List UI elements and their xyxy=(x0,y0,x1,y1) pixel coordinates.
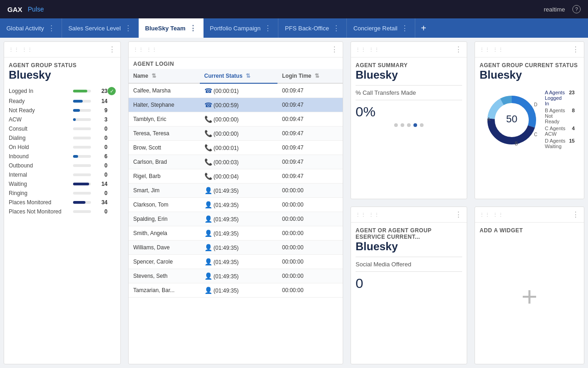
agent-group-current-status-panel: ⋮⋮ ⋮⋮ ⋮ Agent Group Current Status Blues… xyxy=(475,41,584,199)
donut-legend: A Agents Logged In 23 B Agents Not Ready… xyxy=(545,90,575,150)
tab-options-icon[interactable]: ⋮ xyxy=(124,24,132,33)
agent-login-time: 00:09:47 xyxy=(277,98,343,112)
table-row[interactable]: Spalding, Erin 👤 (01:49:35) 00:00:00 xyxy=(129,212,343,226)
agent-login-time: 00:00:00 xyxy=(277,184,343,198)
tab-bar: Global Activity ⋮ Sales Service Level ⋮ … xyxy=(0,18,588,38)
table-row[interactable]: Tamblyn, Eric 📞 (00:00:00) 00:09:47 xyxy=(129,112,343,126)
panel-title: Agent or Agent Group eService Current... xyxy=(356,227,462,240)
tab-options-icon[interactable]: ⋮ xyxy=(264,24,271,33)
dot-2[interactable] xyxy=(401,123,404,127)
stat-row: Inbound 6 xyxy=(9,153,116,160)
far-right-panels: ⋮⋮ ⋮⋮ ⋮ Agent Group Current Status Blues… xyxy=(471,38,588,368)
tab-concierge-retail[interactable]: Concierge Retail ⋮ xyxy=(347,18,415,38)
agent-status: 👤 (01:49:35) xyxy=(200,198,277,212)
tab-options-icon[interactable]: ⋮ xyxy=(401,24,408,33)
add-widget-panel: ⋮⋮ ⋮⋮ ⋮ Add a Widget + xyxy=(475,207,584,364)
tab-options-icon[interactable]: ⋮ xyxy=(189,24,197,33)
table-row[interactable]: Smith, Angela 👤 (01:49:35) 00:00:00 xyxy=(129,226,343,241)
stat-bar-wrap xyxy=(73,164,91,167)
top-navigation: GAX Pulse realtime ? xyxy=(0,0,588,18)
help-icon[interactable]: ? xyxy=(572,5,581,13)
col-login-time[interactable]: Login Time ⇅ xyxy=(277,69,343,83)
tab-bluesky-team[interactable]: BlueSky Team ⋮ xyxy=(139,18,204,38)
agent-status: 👤 (01:49:35) xyxy=(200,212,277,226)
tab-label: Concierge Retail xyxy=(353,25,397,32)
metric-label: % Call Transfers Made xyxy=(356,89,462,96)
dot-1[interactable] xyxy=(394,123,398,127)
drag-handle[interactable]: ⋮⋮ ⋮⋮ xyxy=(356,212,380,217)
call-icon: ☎ xyxy=(204,101,212,109)
dot-4[interactable] xyxy=(413,123,417,127)
col-status[interactable]: Current Status ⇅ xyxy=(200,69,277,83)
table-row[interactable]: Brow, Scott 📞 (00:00:01) 00:09:47 xyxy=(129,141,343,155)
drag-handle[interactable]: ⋮⋮ ⋮⋮ xyxy=(133,47,158,52)
table-row[interactable]: Calfee, Marsha ☎ (00:00:01) 00:09:47 xyxy=(129,83,343,98)
table-row[interactable]: Rigel, Barb 📞 (00:00:04) 00:09:47 xyxy=(129,169,343,184)
agent-name: Spalding, Erin xyxy=(129,212,200,226)
table-row[interactable]: Teresa, Teresa 📞 (00:00:00) 00:09:47 xyxy=(129,126,343,141)
table-row[interactable]: Spencer, Carole 👤 (01:49:35) 00:00:00 xyxy=(129,255,343,269)
agent-login-time: 00:09:47 xyxy=(277,112,343,126)
drag-handle[interactable]: ⋮⋮ ⋮⋮ xyxy=(356,47,380,52)
agent-summary-panel: ⋮⋮ ⋮⋮ ⋮ Agent Summary Bluesky % Call Tra… xyxy=(351,41,467,199)
table-row[interactable]: Williams, Dave 👤 (01:49:35) 00:00:00 xyxy=(129,241,343,255)
agent-name: Carlson, Brad xyxy=(129,155,200,169)
dot-3[interactable] xyxy=(407,123,411,127)
agent-status: 👤 (01:49:35) xyxy=(200,269,277,283)
col-name[interactable]: Name ⇅ xyxy=(129,69,200,83)
person-icon: 👤 xyxy=(204,244,212,251)
agent-login-time: 00:09:47 xyxy=(277,155,343,169)
dot-5[interactable] xyxy=(420,123,424,127)
add-plus-icon[interactable]: + xyxy=(521,283,537,310)
eservice-panel: ⋮⋮ ⋮⋮ ⋮ Agent or Agent Group eService Cu… xyxy=(351,207,467,364)
table-row[interactable]: Tamzarian, Bar... 👤 (01:49:35) 00:00:00 xyxy=(129,283,343,298)
agent-name: Teresa, Teresa xyxy=(129,126,200,141)
table-row[interactable]: Smart, Jim 👤 (01:49:35) 00:00:00 xyxy=(129,184,343,198)
tab-label: Global Activity xyxy=(6,25,44,32)
panel-menu-icon[interactable]: ⋮ xyxy=(455,210,462,219)
panel-menu-icon[interactable]: ⋮ xyxy=(331,45,338,54)
tab-options-icon[interactable]: ⋮ xyxy=(48,24,55,33)
drag-handle[interactable]: ⋮⋮ ⋮⋮ xyxy=(480,212,504,217)
panel-menu-icon[interactable]: ⋮ xyxy=(455,45,462,54)
tab-pfs-back-office[interactable]: PFS Back-Office ⋮ xyxy=(278,18,347,38)
stat-value: 14 xyxy=(95,181,107,187)
table-row[interactable]: Carlson, Brad 📞 (00:00:03) 00:09:47 xyxy=(129,155,343,169)
stat-bar-wrap xyxy=(73,100,91,103)
stat-row: Places Not Monitored 0 xyxy=(9,208,116,215)
agent-name: Brow, Scott xyxy=(129,141,200,155)
stat-label: Ready xyxy=(9,98,73,104)
tab-global-activity[interactable]: Global Activity ⋮ xyxy=(0,18,62,38)
svg-text:B: B xyxy=(515,141,518,146)
panel-menu-icon[interactable]: ⋮ xyxy=(572,210,579,219)
agent-login-panel: ⋮⋮ ⋮⋮ ⋮ Agent Login Name ⇅ Current Statu… xyxy=(128,41,343,364)
panel-menu-icon[interactable]: ⋮ xyxy=(572,45,579,54)
drag-handle[interactable]: ⋮⋮ ⋮⋮ xyxy=(480,47,504,52)
table-row[interactable]: Halter, Stephane ☎ (00:00:59) 00:09:47 xyxy=(129,98,343,112)
agent-name: Clarkson, Tom xyxy=(129,198,200,212)
drag-handle[interactable]: ⋮⋮ ⋮⋮ xyxy=(9,47,33,52)
stat-row: Outbound 0 xyxy=(9,162,116,169)
table-row[interactable]: Stevens, Seth 👤 (01:49:35) 00:00:00 xyxy=(129,269,343,283)
phone-icon: 📞 xyxy=(204,144,212,151)
table-row[interactable]: Clarkson, Tom 👤 (01:49:35) 00:00:00 xyxy=(129,198,343,212)
stat-bar xyxy=(73,109,80,112)
panel-menu-icon[interactable]: ⋮ xyxy=(108,45,116,54)
phone-icon: 📞 xyxy=(204,172,212,180)
agent-status: 📞 (00:00:00) xyxy=(200,126,277,141)
stat-row: Dialing 0 xyxy=(9,135,116,141)
svg-text:A: A xyxy=(487,117,491,122)
tab-portfolio-campaign[interactable]: Portfolio Campaign ⋮ xyxy=(204,18,279,38)
stat-label: Places Not Monitored xyxy=(9,208,73,215)
tab-sales-service[interactable]: Sales Service Level ⋮ xyxy=(62,18,139,38)
add-widget-area[interactable]: + xyxy=(480,234,579,359)
agent-name: Tamblyn, Eric xyxy=(129,112,200,126)
stat-value: 0 xyxy=(95,126,107,132)
tab-options-icon[interactable]: ⋮ xyxy=(333,24,340,33)
stat-label: Logged In xyxy=(9,88,73,94)
stat-bar-wrap xyxy=(73,201,91,204)
stat-row: Logged In 23 ✓ xyxy=(9,87,116,95)
add-tab-button[interactable]: + xyxy=(415,18,432,38)
tab-label: Portfolio Campaign xyxy=(210,25,261,32)
panel-title: Agent Group Current Status xyxy=(480,62,579,69)
